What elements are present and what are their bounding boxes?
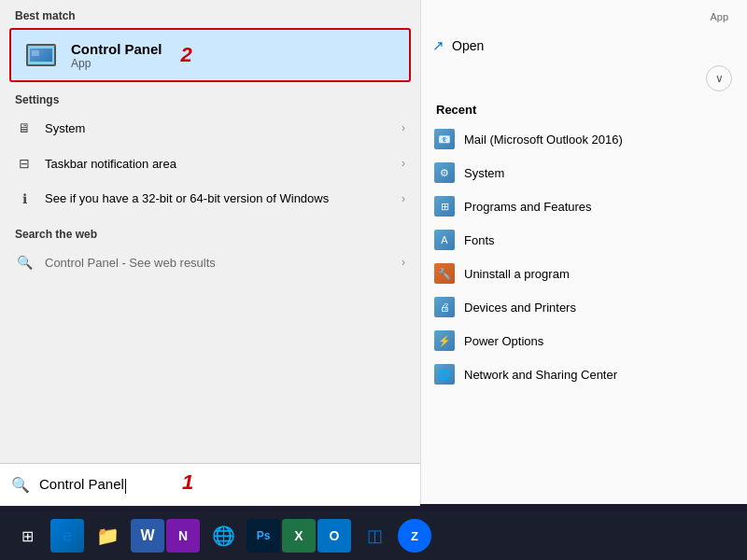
right-column: App ↗ Open ∨ Recent 📧 Mail (Microsoft Ou…: [420, 0, 747, 504]
arrow-icon-2: ›: [402, 157, 405, 170]
taskbar-explorer[interactable]: 📁: [86, 514, 129, 557]
recent-item-programs[interactable]: ⊞ Programs and Features: [421, 189, 747, 223]
programs-icon: ⊞: [434, 196, 455, 217]
recent-item-fonts-label: Fonts: [464, 233, 495, 247]
recent-item-mail-label: Mail (Microsoft Outlook 2016): [464, 133, 623, 147]
recent-item-network[interactable]: 🌐 Network and Sharing Center: [421, 357, 747, 391]
taskbar-photoshop[interactable]: Ps: [247, 519, 280, 553]
cursor: [125, 479, 126, 494]
arrow-icon: ›: [402, 121, 405, 134]
arrow-icon-3: ›: [402, 192, 405, 205]
recent-item-network-label: Network and Sharing Center: [464, 368, 617, 382]
web-search-arrow: ›: [402, 256, 405, 269]
menu-item-32bit[interactable]: ℹ See if you have a 32-bit or 64-bit ver…: [0, 181, 420, 217]
recent-item-power-label: Power Options: [464, 334, 543, 348]
recent-item-mail[interactable]: 📧 Mail (Microsoft Outlook 2016): [421, 122, 747, 156]
uninstall-icon: 🔧: [434, 263, 455, 284]
web-search-item[interactable]: 🔍 Control Panel - See web results ›: [0, 245, 420, 280]
best-match-item[interactable]: Control Panel App 2: [9, 28, 411, 82]
menu-item-system-label: System: [45, 121, 390, 135]
mail-icon: 📧: [434, 129, 455, 149]
info-icon: ℹ: [15, 189, 34, 208]
recent-item-system-label: System: [464, 166, 504, 180]
recent-item-uninstall[interactable]: 🔧 Uninstall a program: [421, 257, 747, 290]
network-icon: 🌐: [434, 364, 455, 385]
left-column: Best match Control Panel App 2 Settings …: [0, 0, 420, 504]
recent-label: Recent: [421, 95, 747, 122]
taskbar-word[interactable]: W: [131, 519, 164, 553]
taskbar-zalo[interactable]: Z: [398, 519, 431, 553]
taskbar-outlook[interactable]: O: [317, 519, 351, 553]
taskbar-onenote[interactable]: N: [166, 519, 200, 553]
menu-item-32bit-label: See if you have a 32-bit or 64-bit versi…: [45, 191, 390, 207]
open-label: Open: [452, 38, 484, 53]
devices-icon: 🖨: [434, 297, 455, 317]
recent-item-power[interactable]: ⚡ Power Options: [421, 324, 747, 357]
search-input[interactable]: Control Panel: [39, 476, 409, 493]
search-bar[interactable]: 🔍 Control Panel: [0, 463, 420, 506]
web-search-text: Control Panel - See web results: [45, 256, 390, 270]
best-match-subtitle: App: [71, 57, 162, 70]
search-panel: Best match Control Panel App 2 Settings …: [0, 0, 747, 504]
search-web-label: Search the web: [0, 217, 420, 245]
system-recent-icon: ⚙: [434, 162, 455, 183]
fonts-icon: A: [434, 230, 455, 250]
taskbar: ⊞ e 📁 W N 🌐 Ps X O ◫ Z: [0, 511, 747, 560]
recent-item-programs-label: Programs and Features: [464, 200, 592, 214]
best-match-label: Best match: [0, 0, 420, 28]
menu-item-taskbar[interactable]: ⊟ Taskbar notification area ›: [0, 146, 420, 181]
best-match-info: Control Panel App: [71, 41, 162, 70]
system-icon: 🖥: [15, 119, 34, 137]
recent-item-devices[interactable]: 🖨 Devices and Printers: [421, 290, 747, 324]
step-1-badge: 1: [182, 470, 193, 495]
menu-item-system[interactable]: 🖥 System ›: [0, 110, 420, 146]
menu-item-taskbar-label: Taskbar notification area: [45, 157, 390, 171]
control-panel-icon: [22, 39, 60, 71]
open-icon: ↗: [432, 37, 444, 54]
search-web-icon: 🔍: [15, 253, 34, 272]
expand-button[interactable]: ∨: [706, 65, 732, 91]
expand-button-container: ∨: [421, 62, 747, 95]
taskbar-task-view[interactable]: ⊞: [6, 514, 49, 557]
web-search-suffix: - See web results: [121, 256, 215, 270]
recent-item-fonts[interactable]: A Fonts: [421, 223, 747, 257]
taskbar-chrome[interactable]: 🌐: [202, 514, 245, 557]
power-icon: ⚡: [434, 330, 455, 351]
best-match-title: Control Panel: [71, 41, 162, 57]
taskbar-edge[interactable]: e: [50, 519, 84, 553]
taskbar-excel[interactable]: X: [282, 519, 316, 553]
search-icon: 🔍: [11, 476, 30, 494]
recent-item-uninstall-label: Uninstall a program: [464, 267, 570, 281]
chevron-down-icon: ∨: [715, 72, 724, 85]
recent-item-system[interactable]: ⚙ System: [421, 156, 747, 189]
right-header: App: [421, 0, 747, 30]
open-button[interactable]: ↗ Open: [421, 30, 747, 62]
web-search-main: Control Panel: [45, 256, 119, 270]
taskbar-remote-desktop[interactable]: ◫: [353, 514, 396, 557]
app-type-label: App: [436, 11, 732, 22]
step-2-badge: 2: [181, 43, 192, 67]
recent-item-devices-label: Devices and Printers: [464, 301, 576, 315]
settings-label: Settings: [0, 82, 420, 110]
search-value: Control Panel: [39, 476, 124, 492]
taskbar-icon: ⊟: [15, 154, 34, 173]
